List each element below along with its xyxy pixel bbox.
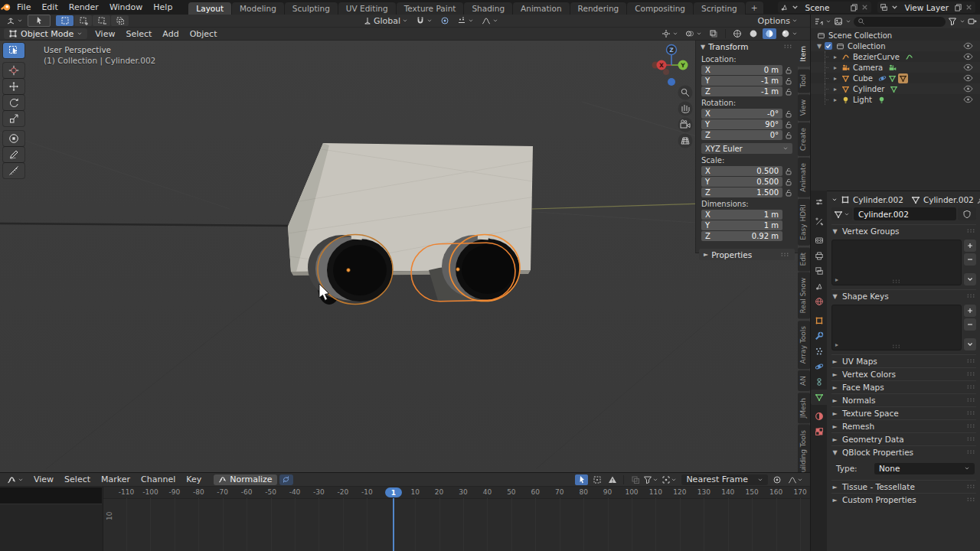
panel-header[interactable]: ► Face Maps — [831, 380, 976, 393]
normalize-toggle[interactable]: Normalize — [214, 474, 276, 485]
outliner-item-camera[interactable]: ▸Camera — [811, 62, 980, 73]
gizmos-dropdown[interactable] — [659, 28, 681, 39]
axis-z-ball[interactable]: Z — [667, 45, 677, 55]
orientation-dropdown[interactable]: Global — [361, 15, 410, 26]
properties-tab-physics[interactable] — [811, 359, 827, 374]
tool-button[interactable] — [3, 95, 24, 110]
filter-mode-icon[interactable] — [814, 17, 823, 26]
dimensions-z-field[interactable]: Z0.92 m — [701, 231, 782, 241]
collection-checkbox[interactable] — [825, 42, 832, 50]
lock-icon[interactable] — [785, 188, 792, 197]
n-panel-tab[interactable]: Tool — [798, 69, 810, 93]
menu-item[interactable]: Help — [148, 0, 178, 15]
tool-button[interactable] — [3, 79, 24, 94]
tool-button[interactable] — [3, 147, 24, 162]
remove-vertex-group-button[interactable] — [964, 253, 976, 266]
scale-y-field[interactable]: Y0.500 — [701, 177, 782, 187]
remove-shape-key-button[interactable] — [964, 318, 976, 331]
falloff-dropdown[interactable] — [479, 15, 501, 26]
properties-tab-scene[interactable] — [811, 279, 827, 294]
menu-item[interactable]: Channel — [136, 472, 181, 487]
workspace-tab[interactable]: Scripting — [694, 2, 745, 15]
properties-tab-modifiers[interactable] — [811, 328, 827, 344]
overlays-dropdown[interactable] — [683, 28, 704, 39]
frame-ruler[interactable]: -110-100-90-80-70-60-50-40-30-20-1010203… — [0, 487, 810, 499]
lock-icon[interactable] — [785, 131, 792, 140]
proportional-edit-button[interactable] — [770, 474, 783, 485]
new-collection-icon[interactable] — [968, 17, 977, 26]
copy-icon[interactable] — [954, 3, 962, 11]
overlap-button[interactable] — [629, 474, 642, 485]
eye-icon[interactable] — [963, 64, 973, 71]
ghost-curves-button[interactable] — [606, 474, 619, 485]
menu-item[interactable]: View — [90, 27, 120, 41]
add-vertex-group-button[interactable] — [964, 240, 976, 252]
axis-y-ball[interactable]: Y — [678, 60, 688, 70]
add-workspace-button[interactable]: + — [746, 2, 763, 14]
tool-button[interactable] — [3, 111, 24, 126]
properties-tab-particles[interactable] — [811, 344, 827, 359]
n-panel-tab[interactable]: Building Tools — [798, 425, 810, 472]
outliner-item-cube[interactable]: ▸Cube — [811, 73, 980, 83]
menu-item[interactable]: Edit — [36, 0, 63, 15]
lock-icon[interactable] — [785, 167, 792, 176]
filter-icon[interactable] — [948, 17, 957, 26]
type-dropdown[interactable]: None — [874, 463, 975, 474]
workspace-tab[interactable]: Modeling — [232, 2, 284, 15]
shading-wireframe-button[interactable] — [730, 28, 744, 39]
rotation-x-field[interactable]: X-0° — [701, 109, 782, 119]
panel-header[interactable]: ► Vertex Colors — [831, 367, 976, 380]
properties-tab-output[interactable] — [811, 248, 827, 263]
lock-icon[interactable] — [785, 87, 792, 96]
breadcrumb-data-name[interactable]: Cylinder.002 — [923, 195, 974, 204]
add-shape-key-button[interactable] — [964, 305, 976, 317]
shape-keys-header[interactable]: ▼ Shape Keys — [831, 289, 976, 302]
location-z-field[interactable]: Z-1 m — [701, 86, 782, 96]
properties-tab-view-layer[interactable] — [811, 263, 827, 279]
datablock-type-button[interactable] — [831, 207, 852, 220]
select-mode-subtract[interactable] — [93, 15, 110, 26]
panel-header[interactable]: ► Tissue - Tessellate — [831, 480, 976, 493]
properties-tab-object[interactable] — [811, 313, 827, 328]
axis-minus-z-dot[interactable] — [668, 78, 675, 86]
outliner-item-light[interactable]: ▸Light — [811, 94, 980, 105]
n-panel-tab[interactable]: View — [798, 94, 810, 121]
eye-icon[interactable] — [963, 85, 973, 93]
rotation-mode-dropdown[interactable]: XYZ Euler — [701, 143, 792, 154]
n-panel-tab[interactable]: Real Snow — [798, 272, 810, 319]
menu-item[interactable]: Marker — [96, 472, 136, 487]
snap-target-dropdown[interactable] — [455, 15, 476, 26]
shading-solid-button[interactable] — [746, 28, 760, 39]
eye-icon[interactable] — [963, 74, 973, 82]
workspace-tab[interactable]: Sculpting — [285, 2, 338, 15]
blender-logo-icon[interactable] — [0, 2, 11, 13]
zoom-button[interactable] — [678, 86, 693, 100]
lock-icon[interactable] — [785, 77, 792, 86]
n-panel-tab[interactable]: Edit — [798, 247, 810, 271]
filter-button[interactable] — [644, 474, 657, 485]
editor-type-button[interactable] — [5, 474, 26, 485]
select-mode-new[interactable] — [56, 15, 74, 26]
panel-header[interactable]: ► Geometry Data — [831, 432, 976, 445]
qblock-properties-header[interactable]: ▼ QBlock Properties — [831, 445, 976, 458]
vertex-group-specials-button[interactable] — [964, 273, 976, 285]
properties-tab-object-data[interactable] — [811, 390, 827, 405]
view-layer-selector[interactable]: View Layer — [877, 2, 975, 13]
shading-material-button[interactable] — [763, 28, 776, 39]
properties-tab-constraints[interactable] — [811, 374, 827, 390]
workspace-tab[interactable]: Compositing — [627, 2, 693, 15]
vertex-groups-list[interactable]: ▸ — [831, 240, 962, 285]
pivot-point-button[interactable] — [659, 474, 679, 485]
panel-header[interactable]: ► Texture Space — [831, 406, 976, 419]
axis-x-ball[interactable]: X — [657, 60, 667, 70]
workspace-tab[interactable]: Shading — [464, 2, 512, 15]
axis-minus-y-dot[interactable] — [663, 69, 669, 75]
menu-item[interactable]: File — [11, 0, 36, 15]
rotation-y-field[interactable]: Y90° — [701, 119, 782, 129]
n-panel-tab[interactable]: AN — [798, 370, 810, 391]
breadcrumb-object-name[interactable]: Cylinder.002 — [853, 195, 903, 204]
perspective-toggle-button[interactable] — [678, 134, 693, 148]
shape-keys-list[interactable]: ▸ — [831, 305, 962, 350]
tool-button[interactable] — [3, 131, 24, 146]
tweak-tool-button[interactable] — [575, 474, 588, 485]
